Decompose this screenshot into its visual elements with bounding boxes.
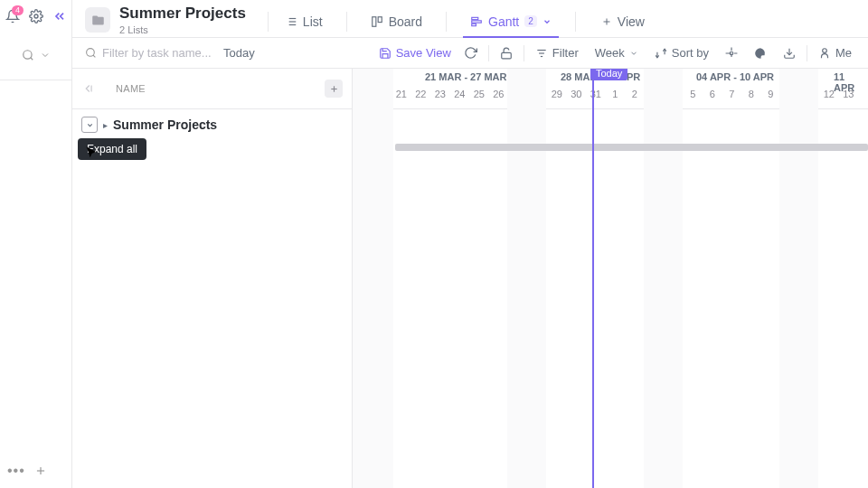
svg-point-1 [23,51,31,59]
tab-board[interactable]: Board [367,5,426,37]
autosave-icon[interactable] [460,44,481,61]
day-label: 21 [392,89,411,108]
day-label: 23 [430,89,450,108]
filter-label: Filter [552,46,579,60]
today-line: Today [592,69,594,488]
chevron-down-icon[interactable] [40,50,51,61]
today-tag: Today [590,69,627,80]
expand-all-button[interactable] [81,117,98,133]
add-column-button[interactable] [325,80,343,98]
week-label: 04 APR - 10 APR [696,71,774,82]
svg-rect-13 [472,17,478,19]
task-panel: NAME ▸ Summer Projects Expand all [72,69,353,488]
day-label: 7 [722,89,742,108]
svg-rect-20 [502,52,512,58]
chevron-down-icon [542,17,552,26]
day-label: 24 [450,89,470,108]
filter-button[interactable]: Filter [532,44,582,61]
filter-input[interactable]: Filter by task name... [85,46,216,60]
tab-gantt[interactable]: Gantt 2 [467,5,555,37]
tab-list-label: List [303,14,323,29]
day-label: 8 [741,89,761,108]
color-icon[interactable] [750,45,770,61]
toolbar: Filter by task name... Today Save View F… [72,38,868,69]
sortby-button[interactable]: Sort by [651,44,712,61]
more-icon[interactable]: ••• [7,463,25,479]
svg-rect-15 [472,23,476,25]
download-icon[interactable] [779,45,799,61]
week-dropdown[interactable]: Week [591,44,642,61]
day-label: 2 [625,89,645,108]
filter-placeholder: Filter by task name... [102,46,212,60]
page-subtitle: 2 Lists [119,24,246,35]
tab-gantt-badge: 2 [524,15,537,27]
add-view-label: View [618,14,645,29]
settings-toolbar-icon[interactable] [722,45,741,61]
collapse-column-icon[interactable] [81,82,94,95]
week-label: 21 MAR - 27 MAR [425,71,506,82]
svg-rect-14 [472,20,482,22]
svg-rect-12 [378,16,382,22]
today-button[interactable]: Today [223,46,255,60]
folder-icon[interactable] [85,7,110,33]
search-icon[interactable] [22,49,34,61]
column-name-header: NAME [116,83,146,94]
gantt-body[interactable]: Today [353,109,868,488]
svg-line-2 [30,58,33,61]
collapse-sidebar-icon[interactable] [52,9,67,23]
svg-point-28 [823,48,827,52]
page-title: Summer Projects [119,5,246,23]
day-label: 5 [684,89,703,108]
notifications-button[interactable]: 4 [5,9,20,23]
lock-icon[interactable] [496,45,516,61]
task-group-row[interactable]: ▸ Summer Projects Expand all [72,109,352,140]
sortby-label: Sort by [672,46,709,60]
day-label: 29 [547,89,567,108]
day-label: 22 [411,89,431,108]
svg-rect-11 [372,16,375,26]
me-button[interactable]: Me [815,44,855,61]
gantt-bar[interactable] [395,144,868,151]
gantt-chart[interactable]: AR21 MAR - 27 MAR28 MAR - 03 APR04 APR -… [353,69,868,488]
week-label: Week [595,46,625,60]
save-view-label: Save View [396,46,451,60]
tab-list[interactable]: List [281,5,326,37]
add-icon[interactable] [34,465,47,477]
caret-right-icon[interactable]: ▸ [103,120,108,130]
me-label: Me [835,46,852,60]
day-label: 30 [567,89,587,108]
day-label: 12 [819,89,839,108]
tab-gantt-label: Gantt [488,14,519,29]
settings-icon[interactable] [29,9,43,23]
day-label: 9 [761,89,781,108]
svg-point-18 [87,49,95,57]
svg-point-0 [34,14,38,18]
day-label: 13 [839,89,859,108]
tab-board-label: Board [389,14,422,29]
add-view-button[interactable]: View [596,14,650,29]
save-view-button[interactable]: Save View [375,44,455,61]
svg-line-19 [93,55,95,57]
page-header: Summer Projects 2 Lists List Board Gantt [72,0,868,38]
day-label: 25 [469,89,489,108]
day-label: 1 [606,89,626,108]
day-label: 6 [703,89,722,108]
notif-badge: 4 [12,5,24,15]
expand-tooltip: Expand all [78,138,146,160]
day-label: 31 [586,89,606,108]
task-group-name: Summer Projects [113,117,217,132]
day-label: 26 [489,89,509,108]
left-rail: 4 ••• [0,0,72,488]
